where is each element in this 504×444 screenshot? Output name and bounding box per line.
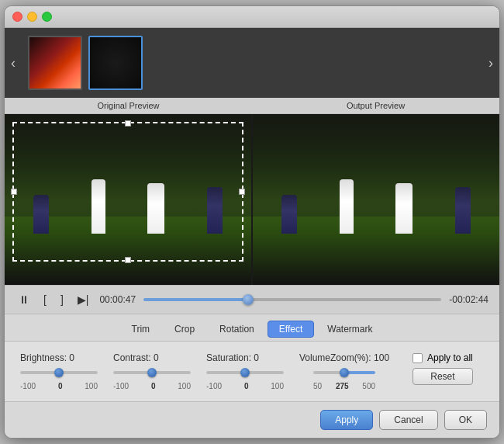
saturation-group: Saturation: 0 -100 0 100: [206, 352, 284, 390]
current-time: 00:00:47: [99, 294, 136, 305]
output-player-3: [395, 183, 413, 234]
volume-group: VolumeZoom(%): 100 50 275 500: [299, 352, 389, 390]
contrast-thumb[interactable]: [147, 368, 157, 377]
minimize-button[interactable]: [27, 12, 37, 22]
thumbnail-lips[interactable]: [28, 36, 82, 90]
tabs-bar: Trim Crop Rotation Effect Watermark: [5, 314, 499, 342]
seek-track: [143, 298, 441, 301]
tab-crop[interactable]: Crop: [163, 321, 206, 338]
player-1: [33, 195, 49, 234]
thumb-nav-left-button[interactable]: ‹: [11, 55, 16, 71]
brightness-min: -100: [20, 382, 36, 390]
ok-button[interactable]: OK: [444, 410, 487, 430]
volume-center: 275: [336, 382, 349, 390]
output-players-area: [253, 157, 499, 234]
end-time: -00:02:44: [449, 294, 488, 305]
footer: Apply Cancel OK: [5, 401, 499, 438]
contrast-min: -100: [113, 382, 129, 390]
output-player-4: [455, 187, 471, 234]
contrast-center: 0: [151, 382, 156, 390]
tab-watermark[interactable]: Watermark: [316, 321, 384, 338]
controls-area: Brightness: 0 -100 0 100 Contrast: 0: [5, 342, 499, 401]
original-preview-panel: [5, 114, 253, 285]
maximize-button[interactable]: [42, 12, 52, 22]
output-preview-panel: [253, 114, 499, 285]
brightness-center: 0: [58, 382, 63, 390]
preview-labels: Original Preview Output Preview: [5, 98, 499, 114]
crop-handle-bottom[interactable]: [125, 257, 131, 263]
brightness-minmax: -100 0 100: [20, 382, 98, 390]
seek-thumb[interactable]: [243, 294, 254, 305]
main-window: ‹ › Original Preview Output Preview: [4, 5, 500, 439]
saturation-center: 0: [244, 382, 249, 390]
brightness-slider[interactable]: [20, 366, 98, 379]
player-3: [147, 183, 164, 234]
thumb-nav-right-button[interactable]: ›: [488, 55, 493, 71]
right-controls: Apply to all Reset: [413, 352, 473, 385]
tab-trim[interactable]: Trim: [120, 321, 162, 338]
contrast-group: Contrast: 0 -100 0 100: [113, 352, 191, 390]
pause-button[interactable]: ⏸: [16, 292, 33, 307]
sliders-row: Brightness: 0 -100 0 100 Contrast: 0: [20, 352, 484, 390]
tab-effect[interactable]: Effect: [268, 321, 314, 338]
thumbnail-soccer-image: [90, 37, 141, 88]
mark-in-button[interactable]: [: [40, 292, 50, 307]
brightness-thumb[interactable]: [54, 368, 64, 377]
saturation-max: 100: [271, 382, 284, 390]
volume-slider[interactable]: [313, 366, 375, 379]
brightness-group: Brightness: 0 -100 0 100: [20, 352, 98, 390]
volume-min: 50: [313, 382, 322, 390]
contrast-max: 100: [178, 382, 191, 390]
volume-label: VolumeZoom(%): 100: [299, 352, 389, 363]
saturation-min: -100: [206, 382, 222, 390]
playback-bar: ⏸ [ ] ▶| 00:00:47 -00:02:44: [5, 285, 499, 314]
contrast-minmax: -100 0 100: [113, 382, 191, 390]
brightness-max: 100: [85, 382, 98, 390]
volume-max: 500: [362, 382, 375, 390]
volume-thumb[interactable]: [340, 368, 349, 377]
titlebar: [5, 6, 499, 28]
thumbnail-bar: ‹ ›: [5, 28, 499, 98]
contrast-track: [113, 371, 191, 374]
output-video-frame: [253, 114, 499, 285]
cancel-button[interactable]: Cancel: [379, 410, 437, 430]
apply-all-label: Apply to all: [427, 352, 473, 363]
original-video-frame: [5, 114, 251, 285]
output-player-1: [281, 195, 297, 234]
thumbnail-lips-image: [29, 37, 81, 88]
tab-rotation[interactable]: Rotation: [208, 321, 266, 338]
volume-track: [313, 371, 375, 374]
contrast-slider[interactable]: [113, 366, 191, 379]
thumbnail-soccer[interactable]: [88, 36, 143, 90]
brightness-label: Brightness: 0: [20, 352, 74, 363]
traffic-lights: [12, 12, 52, 22]
saturation-label: Saturation: 0: [206, 352, 259, 363]
seek-bar[interactable]: [143, 292, 441, 307]
mark-out-button[interactable]: ]: [57, 292, 67, 307]
saturation-track: [206, 371, 284, 374]
saturation-slider[interactable]: [206, 366, 284, 379]
player-4: [207, 187, 223, 234]
brightness-track: [20, 371, 98, 374]
player-2: [91, 179, 105, 234]
volume-minmax: 50 275 500: [313, 382, 375, 390]
output-preview-label: Output Preview: [252, 98, 499, 113]
saturation-thumb[interactable]: [240, 368, 250, 377]
players-area: [5, 157, 251, 234]
apply-all-checkbox[interactable]: [413, 353, 423, 363]
preview-area: [5, 114, 499, 285]
apply-button[interactable]: Apply: [320, 410, 373, 430]
contrast-label: Contrast: 0: [113, 352, 159, 363]
close-button[interactable]: [12, 12, 22, 22]
saturation-minmax: -100 0 100: [206, 382, 284, 390]
output-player-2: [340, 179, 354, 234]
play-frame-button[interactable]: ▶|: [74, 292, 92, 307]
apply-all-row: Apply to all: [413, 352, 473, 363]
reset-button[interactable]: Reset: [413, 368, 473, 385]
original-preview-label: Original Preview: [5, 98, 252, 113]
